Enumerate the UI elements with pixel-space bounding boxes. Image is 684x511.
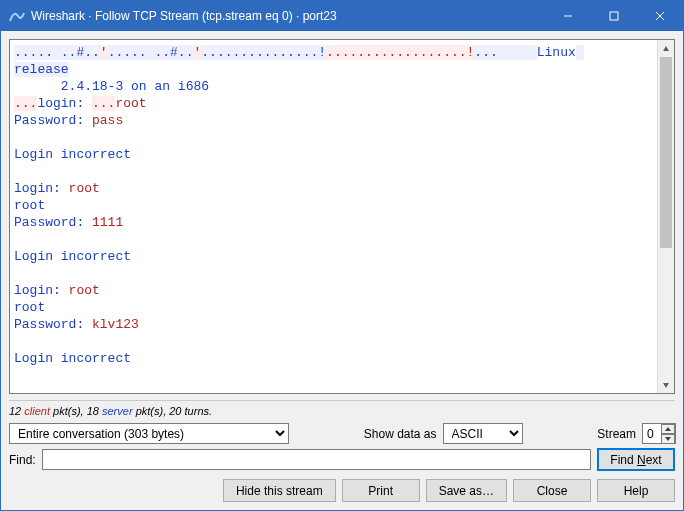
stream-down-button[interactable] bbox=[661, 434, 675, 444]
client-bytes: ... bbox=[92, 96, 115, 111]
client-bytes: root bbox=[115, 96, 146, 111]
server-bytes: ... bbox=[474, 45, 536, 60]
save-as-button[interactable]: Save as… bbox=[426, 479, 507, 502]
client-bytes: klv123 bbox=[92, 317, 139, 332]
client-bytes: pass bbox=[92, 113, 123, 128]
stream-content[interactable]: ..... ..#..'..... ..#..'...............!… bbox=[10, 40, 657, 393]
separator bbox=[9, 400, 675, 401]
svg-marker-7 bbox=[665, 437, 671, 441]
server-bytes bbox=[576, 45, 584, 60]
window-buttons bbox=[545, 1, 683, 31]
svg-marker-4 bbox=[663, 46, 669, 51]
print-button[interactable]: Print bbox=[342, 479, 420, 502]
server-word: server bbox=[102, 405, 133, 417]
close-button[interactable] bbox=[637, 1, 683, 31]
show-as-label: Show data as bbox=[364, 427, 437, 441]
maximize-button[interactable] bbox=[591, 1, 637, 31]
server-bytes: release bbox=[14, 62, 69, 77]
client-bytes: 1111 bbox=[92, 215, 123, 230]
scroll-thumb[interactable] bbox=[660, 57, 672, 248]
wireshark-icon bbox=[9, 8, 25, 24]
client-bytes: ..................! bbox=[326, 45, 474, 60]
find-next-pre: Find bbox=[610, 453, 637, 467]
status-line: 12 client pkt(s), 18 server pkt(s), 20 t… bbox=[9, 403, 675, 421]
close-dialog-button[interactable]: Close bbox=[513, 479, 591, 502]
client-bytes: root bbox=[69, 181, 100, 196]
client-area: ..... ..#..'..... ..#..'...............!… bbox=[1, 31, 683, 510]
server-bytes: ...............! bbox=[201, 45, 326, 60]
stream-up-button[interactable] bbox=[661, 424, 675, 434]
titlebar: Wireshark · Follow TCP Stream (tcp.strea… bbox=[1, 1, 683, 31]
svg-rect-1 bbox=[610, 12, 618, 20]
find-input[interactable] bbox=[42, 449, 591, 470]
server-pkts-count: 18 bbox=[87, 405, 99, 417]
scroll-down-button[interactable] bbox=[658, 376, 674, 393]
stream-spinner[interactable] bbox=[642, 423, 675, 444]
find-label: Find: bbox=[9, 453, 36, 467]
client-bytes: ' bbox=[100, 45, 108, 60]
server-bytes: root Password: bbox=[14, 198, 92, 230]
status-tail: turns. bbox=[185, 405, 213, 417]
status-mid2: pkt(s), bbox=[136, 405, 170, 417]
hide-stream-button[interactable]: Hide this stream bbox=[223, 479, 336, 502]
options-row: Entire conversation (303 bytes) Show dat… bbox=[9, 421, 675, 446]
help-button[interactable]: Help bbox=[597, 479, 675, 502]
client-bytes: root bbox=[69, 283, 100, 298]
scroll-track[interactable] bbox=[658, 57, 674, 376]
show-as-select[interactable]: ASCII bbox=[443, 423, 523, 444]
find-next-rest: ext bbox=[646, 453, 662, 467]
turns-count: 20 bbox=[169, 405, 181, 417]
bottom-button-row: Hide this stream Print Save as… Close He… bbox=[9, 473, 675, 502]
server-bytes: root Password: bbox=[14, 300, 92, 332]
conversation-select[interactable]: Entire conversation (303 bytes) bbox=[9, 423, 289, 444]
client-word: client bbox=[24, 405, 50, 417]
server-bytes: login: bbox=[37, 96, 92, 111]
svg-marker-5 bbox=[663, 383, 669, 388]
stream-box: ..... ..#..'..... ..#..'...............!… bbox=[9, 39, 675, 394]
find-next-accel: N bbox=[637, 453, 646, 467]
minimize-button[interactable] bbox=[545, 1, 591, 31]
find-row: Find: Find Next bbox=[9, 446, 675, 473]
wireshark-window: Wireshark · Follow TCP Stream (tcp.strea… bbox=[0, 0, 684, 511]
scrollbar[interactable] bbox=[657, 40, 674, 393]
server-bytes: 2.4.18-3 on an i686 bbox=[14, 79, 209, 94]
find-next-button[interactable]: Find Next bbox=[597, 448, 675, 471]
server-bytes: Login incorrect bbox=[14, 351, 131, 366]
server-bytes: ..... ..#.. bbox=[14, 45, 100, 60]
stream-label: Stream bbox=[597, 427, 636, 441]
client-bytes: ... bbox=[14, 96, 37, 111]
server-bytes: Password: bbox=[14, 113, 92, 128]
server-bytes: ..... ..#.. bbox=[108, 45, 194, 60]
window-title: Wireshark · Follow TCP Stream (tcp.strea… bbox=[31, 9, 545, 23]
status-mid1: pkt(s), bbox=[53, 405, 87, 417]
server-bytes: Linux bbox=[537, 45, 576, 60]
client-pkts-count: 12 bbox=[9, 405, 21, 417]
scroll-up-button[interactable] bbox=[658, 40, 674, 57]
svg-marker-6 bbox=[665, 427, 671, 431]
